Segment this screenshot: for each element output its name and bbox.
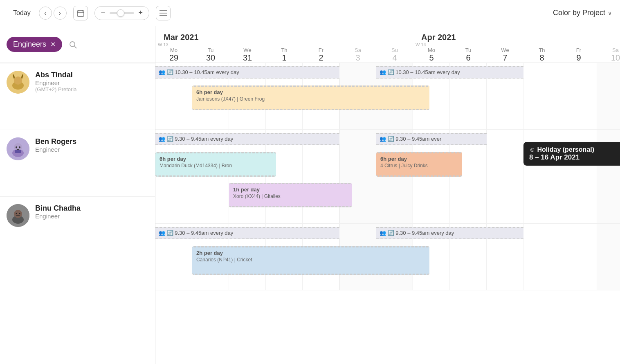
binu-project1-title: 2h per day	[196, 250, 425, 257]
main-content: Engineers ✕	[0, 26, 620, 364]
abs-recurring-2[interactable]: 👥 🔄 10.30 – 10.45am every day	[376, 66, 523, 79]
tooltip-date: 8 – 16 Apr 2021	[529, 153, 580, 161]
abs-recurring-1-label: 👥 🔄 10.30 – 10.45am every day	[159, 69, 239, 76]
person-role-ben: Engineer	[35, 146, 76, 153]
person-name-ben: Ben Rogers	[35, 137, 76, 146]
abs-project1-title: 6h per day	[196, 89, 425, 96]
avatar-abs	[7, 71, 29, 94]
abs-project1[interactable]: 6h per day Jamiesons (JX47) | Green Frog	[192, 85, 429, 110]
person-info-abs: Abs Tindal Engineer (GMT+2) Pretoria	[35, 71, 77, 92]
svg-point-17	[19, 146, 20, 148]
tooltip-icon: ☺	[529, 146, 537, 153]
person-info-binu: Binu Chadha Engineer	[35, 204, 81, 220]
cell-abs-fr9	[560, 63, 597, 129]
svg-line-8	[74, 46, 76, 48]
calendar-view-icon[interactable]	[73, 6, 88, 20]
ben-recurring-2-label: 👥 🔄 9.30 – 9.45am ever	[380, 136, 441, 143]
ben-project3-title: 6h per day	[380, 156, 458, 163]
day-we31: We31	[229, 47, 266, 63]
today-button[interactable]: Today	[8, 7, 36, 19]
day-sa3: Sa3	[339, 47, 376, 63]
cell-binu-th8	[523, 224, 560, 290]
zoom-thumb[interactable]	[117, 9, 124, 17]
svg-rect-0	[77, 11, 84, 16]
binu-recurring-2[interactable]: 👥 🔄 9.30 – 9.45am every day	[376, 227, 523, 239]
ben-project1-title: 6h per day	[159, 156, 272, 163]
color-by-project-dropdown[interactable]: Color by Project ∨	[553, 9, 612, 17]
ben-recurring-2[interactable]: 👥 🔄 9.30 – 9.45am ever	[376, 133, 487, 145]
day-fr2: Fr2	[303, 47, 339, 63]
prev-button[interactable]: ‹	[39, 7, 52, 20]
person-tz-abs: (GMT+2) Pretoria	[35, 86, 77, 92]
ben-recurring-1-label: 👥 🔄 9.30 – 9.45am every day	[159, 136, 233, 143]
holiday-tooltip: ☺ Holiday (personal) 8 – 16 Apr 2021	[523, 142, 620, 166]
svg-point-11	[14, 76, 22, 85]
svg-point-16	[16, 146, 17, 148]
abs-project1-sub: Jamiesons (JX47) | Green Frog	[196, 96, 425, 103]
cell-ben-we7	[487, 130, 523, 223]
zoom-out-button[interactable]: −	[98, 8, 108, 18]
ben-project1-sub: Mandarin Duck (Md14334) | Bron	[159, 163, 272, 169]
cell-abs-th8	[523, 63, 560, 129]
chevron-down-icon: ∨	[608, 10, 612, 16]
calendar-body: 👥 🔄 10.30 – 10.45am every day 6h per day…	[155, 63, 620, 364]
next-button[interactable]: ›	[54, 7, 67, 20]
day-mo29: Mo29	[155, 47, 192, 63]
list-view-icon[interactable]	[156, 6, 171, 20]
cell-ben-sa3	[339, 130, 376, 223]
abs-recurring-2-label: 👥 🔄 10.30 – 10.45am every day	[380, 69, 460, 76]
person-info-ben: Ben Rogers Engineer	[35, 137, 76, 153]
ben-recurring-1[interactable]: 👥 🔄 9.30 – 9.45am every day	[155, 133, 339, 145]
person-name-abs: Abs Tindal	[35, 71, 77, 79]
group-name-label: Engineers	[13, 40, 46, 49]
ben-project2-sub: Xoro (XX44) | Gitalles	[233, 193, 348, 200]
tooltip-title: Holiday (personal)	[537, 146, 594, 153]
zoom-control: − +	[94, 6, 149, 20]
sidebar-header: Engineers ✕	[0, 26, 155, 63]
ben-project3-sub: 4 Citrus | Juicy Drinks	[380, 163, 458, 169]
person-row-abs: Abs Tindal Engineer (GMT+2) Pretoria	[0, 63, 155, 130]
calendar-area: Mar 2021 W 13	[155, 26, 620, 364]
sidebar: Engineers ✕	[0, 26, 155, 364]
cell-binu-fr9	[560, 224, 597, 290]
ben-project3[interactable]: 6h per day 4 Citrus | Juicy Drinks	[376, 152, 462, 177]
day-tu30: Tu30	[192, 47, 229, 63]
svg-point-20	[14, 210, 22, 218]
day-fr9: Fr9	[560, 47, 597, 63]
svg-rect-15	[15, 150, 21, 153]
person-role-abs: Engineer	[35, 79, 77, 86]
day-th8: Th8	[523, 47, 560, 63]
person-role-binu: Engineer	[35, 213, 81, 220]
day-sa10: Sa10	[597, 47, 620, 63]
ben-project1[interactable]: 6h per day Mandarin Duck (Md14334) | Bro…	[155, 152, 276, 177]
search-button[interactable]	[66, 38, 79, 51]
cell-abs-sa10	[597, 63, 620, 129]
week14-label: W 14	[413, 42, 450, 47]
binu-recurring-1[interactable]: 👥 🔄 9.30 – 9.45am every day	[155, 227, 339, 239]
ben-project2[interactable]: 1h per day Xoro (XX44) | Gitalles	[229, 183, 352, 207]
day-mo5: Mo5	[413, 47, 450, 63]
binu-project1-sub: Canaries (NP41) | Cricket	[196, 257, 425, 263]
nav-buttons: ‹ ›	[39, 7, 67, 20]
avatar-binu	[7, 204, 29, 227]
binu-project1[interactable]: 2h per day Canaries (NP41) | Cricket	[192, 246, 429, 275]
group-tag: Engineers ✕	[7, 37, 62, 52]
close-group-button[interactable]: ✕	[50, 40, 56, 48]
zoom-in-button[interactable]: +	[136, 8, 146, 18]
binu-recurring-2-label: 👥 🔄 9.30 – 9.45am every day	[380, 230, 454, 237]
toolbar: Today ‹ › − + Color by Project ∨	[0, 0, 620, 26]
day-tu6: Tu6	[450, 47, 487, 63]
abs-recurring-1[interactable]: 👥 🔄 10.30 – 10.45am every day	[155, 66, 339, 79]
cal-row-ben: 👥 🔄 9.30 – 9.45am every day 6h per day M…	[155, 130, 620, 224]
zoom-track	[110, 12, 134, 14]
svg-point-7	[70, 42, 75, 47]
svg-point-21	[16, 213, 17, 214]
month-apr-label: Apr 2021	[417, 29, 460, 42]
ben-project2-title: 1h per day	[233, 186, 348, 193]
date-header: Mar 2021 W 13	[155, 26, 620, 63]
svg-point-22	[19, 213, 20, 214]
person-row-ben: Ben Rogers Engineer	[0, 130, 155, 197]
person-name-binu: Binu Chadha	[35, 204, 81, 213]
day-th1: Th1	[266, 47, 303, 63]
month-mar-label: Mar 2021	[159, 29, 203, 42]
